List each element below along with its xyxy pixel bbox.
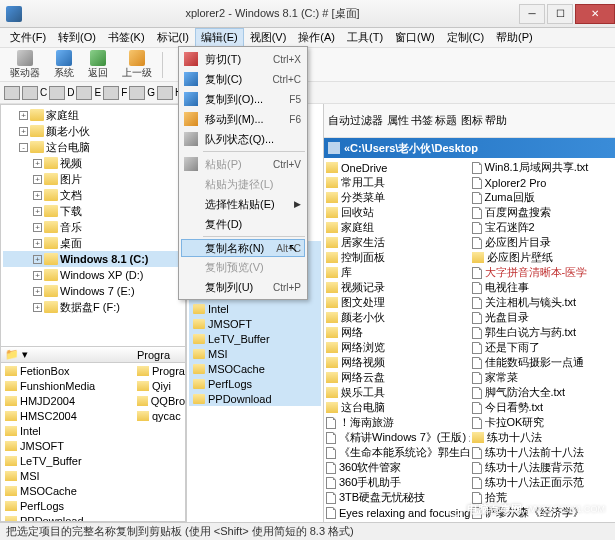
- list-item[interactable]: 网络视频: [326, 355, 468, 370]
- expand-icon[interactable]: +: [33, 191, 42, 200]
- menu-item[interactable]: 操作(A): [292, 28, 341, 47]
- toolbar-button[interactable]: 属性: [387, 113, 409, 128]
- maximize-button[interactable]: ☐: [547, 4, 573, 24]
- expand-icon[interactable]: +: [33, 271, 42, 280]
- list-item[interactable]: HMSC2004: [1, 408, 133, 423]
- toolbar-button[interactable]: 驱动器: [4, 49, 46, 81]
- toolbar-button[interactable]: 返回: [82, 49, 114, 81]
- menu-item[interactable]: 标记(I): [151, 28, 195, 47]
- list-item[interactable]: 还是下雨了: [472, 340, 614, 355]
- tree-node[interactable]: +Windows 8.1 (C:): [3, 251, 183, 267]
- tree-node[interactable]: +家庭组: [3, 107, 183, 123]
- expand-icon[interactable]: +: [33, 255, 42, 264]
- column-header[interactable]: 📁 ▾: [1, 347, 133, 363]
- drive-button[interactable]: [22, 86, 38, 100]
- menu-item[interactable]: 复制列(U)Ctrl+P: [181, 277, 305, 297]
- list-item[interactable]: Qiyi: [133, 378, 185, 393]
- list-item[interactable]: 娱乐工具: [326, 385, 468, 400]
- list-item[interactable]: 图文处理: [326, 295, 468, 310]
- list-item[interactable]: 家常菜: [472, 370, 614, 385]
- expand-icon[interactable]: +: [19, 111, 28, 120]
- list-item[interactable]: 练功十八法腰背示范: [472, 460, 614, 475]
- list-item[interactable]: 分类菜单: [326, 190, 468, 205]
- list-item[interactable]: PerfLogs: [189, 376, 321, 391]
- menu-item[interactable]: 定制(C): [441, 28, 490, 47]
- tree-node[interactable]: +桌面: [3, 235, 183, 251]
- list-item[interactable]: QQBro: [133, 393, 185, 408]
- tree-node[interactable]: +视频: [3, 155, 183, 171]
- list-item[interactable]: FetionBox: [1, 363, 133, 378]
- expand-icon[interactable]: +: [19, 127, 28, 136]
- minimize-button[interactable]: ─: [519, 4, 545, 24]
- list-item[interactable]: Xplorer2 Pro: [472, 175, 614, 190]
- list-item[interactable]: 360手机助手: [326, 475, 468, 490]
- tree-node[interactable]: +Windows 7 (E:): [3, 283, 183, 299]
- list-item[interactable]: MSI: [1, 468, 133, 483]
- list-item[interactable]: 家庭组: [326, 220, 468, 235]
- tree-node[interactable]: +Windows XP (D:): [3, 267, 183, 283]
- list-item[interactable]: PerfLogs: [1, 498, 133, 513]
- menu-item[interactable]: 复制(C)Ctrl+C: [181, 69, 305, 89]
- list-item[interactable]: 视频记录: [326, 280, 468, 295]
- list-item[interactable]: Win8.1局域网共享.txt: [472, 160, 614, 175]
- toolbar-button[interactable]: 帮助: [485, 113, 507, 128]
- drive-button[interactable]: [49, 86, 65, 100]
- list-item[interactable]: MSOCache: [189, 361, 321, 376]
- list-item[interactable]: 360软件管家: [326, 460, 468, 475]
- edit-menu-dropdown[interactable]: 剪切(T)Ctrl+X复制(C)Ctrl+C复制到(O)...F5移动到(M).…: [178, 46, 308, 300]
- list-item[interactable]: MSI: [189, 346, 321, 361]
- expand-icon[interactable]: +: [33, 239, 42, 248]
- list-item[interactable]: 网络: [326, 325, 468, 340]
- list-item[interactable]: 郭生白说方与药.txt: [472, 325, 614, 340]
- list-item[interactable]: Intel: [1, 423, 133, 438]
- tree-node[interactable]: +图片: [3, 171, 183, 187]
- list-item[interactable]: 这台电脑: [326, 400, 468, 415]
- list-item[interactable]: 生活购物: [472, 520, 614, 522]
- list-item[interactable]: 大字拼音清晰本-医学: [472, 265, 614, 280]
- menu-item[interactable]: 帮助(P): [490, 28, 539, 47]
- left-bottom-list[interactable]: 📁 ▾ FetionBoxFunshionMediaHMJD2004HMSC20…: [0, 347, 186, 522]
- tree-node[interactable]: -这台电脑: [3, 139, 183, 155]
- list-item[interactable]: OneDrive: [326, 160, 468, 175]
- expand-icon[interactable]: +: [33, 303, 42, 312]
- menu-item[interactable]: 队列状态(Q)...: [181, 129, 305, 149]
- list-item[interactable]: 必应图片壁纸: [472, 250, 614, 265]
- tree-node[interactable]: +文档: [3, 187, 183, 203]
- menu-item[interactable]: 复件(D): [181, 214, 305, 234]
- tree-node[interactable]: +数据盘F (F:): [3, 299, 183, 315]
- list-item[interactable]: 关注相机与镜头.txt: [472, 295, 614, 310]
- toolbar-button[interactable]: 上一级: [116, 49, 158, 81]
- list-item[interactable]: PPDownload: [189, 391, 321, 406]
- list-item[interactable]: FunshionMedia: [1, 378, 133, 393]
- file-list-right[interactable]: OneDrive常用工具分类菜单回收站家庭组居家生活控制面板库视频记录图文处理颜…: [324, 158, 615, 522]
- expand-icon[interactable]: -: [19, 143, 28, 152]
- tree-node[interactable]: +下载: [3, 203, 183, 219]
- list-item[interactable]: 《生命本能系统论》郭生白.txt: [326, 445, 468, 460]
- tree-node[interactable]: +颜老小伙: [3, 123, 183, 139]
- list-item[interactable]: Zuma回版: [472, 190, 614, 205]
- list-item[interactable]: 光盘目录: [472, 310, 614, 325]
- list-item[interactable]: 练功十八法正面示范: [472, 475, 614, 490]
- address-bar[interactable]: «C:\Users\老小伙\Desktop: [324, 138, 615, 158]
- menu-item[interactable]: 复制到(O)...F5: [181, 89, 305, 109]
- list-item[interactable]: qycac: [133, 408, 185, 423]
- list-item[interactable]: MSOCache: [1, 483, 133, 498]
- menu-item[interactable]: 复制名称(N)Alt+C↖: [181, 239, 305, 257]
- list-item[interactable]: 电视往事: [472, 280, 614, 295]
- expand-icon[interactable]: +: [33, 207, 42, 216]
- list-item[interactable]: 控制面板: [326, 250, 468, 265]
- menu-item[interactable]: 窗口(W): [389, 28, 441, 47]
- list-item[interactable]: Intel: [189, 301, 321, 316]
- folder-tree[interactable]: +家庭组+颜老小伙-这台电脑+视频+图片+文档+下载+音乐+桌面+Windows…: [0, 104, 186, 347]
- list-item[interactable]: ！海南旅游: [326, 415, 468, 430]
- close-button[interactable]: ✕: [575, 4, 615, 24]
- drive-button[interactable]: [103, 86, 119, 100]
- toolbar-button[interactable]: 书签: [411, 113, 433, 128]
- list-item[interactable]: 库: [326, 265, 468, 280]
- toolbar-button[interactable]: 标题: [435, 113, 457, 128]
- list-item[interactable]: 练功十八法: [472, 430, 614, 445]
- list-item[interactable]: 百度网盘搜索: [472, 205, 614, 220]
- list-item[interactable]: 宝石迷阵2: [472, 220, 614, 235]
- drive-button[interactable]: [157, 86, 173, 100]
- menu-item[interactable]: 选择性粘贴(E)▶: [181, 194, 305, 214]
